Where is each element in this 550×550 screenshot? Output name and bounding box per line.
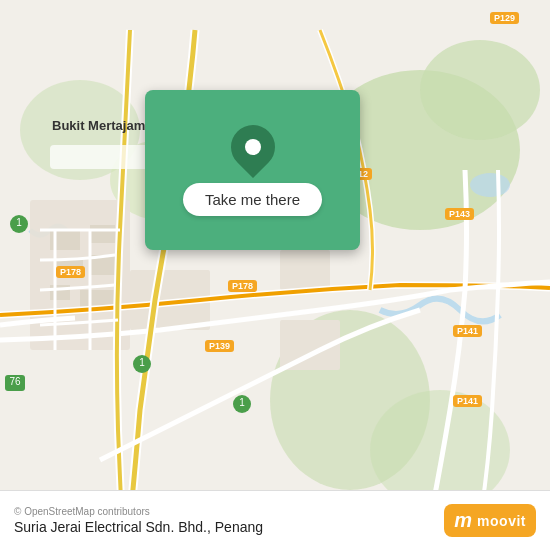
svg-rect-17 bbox=[280, 250, 330, 290]
svg-point-2 bbox=[420, 40, 540, 140]
pin-inner bbox=[245, 139, 261, 155]
road-badge-1-left: 1 bbox=[10, 215, 28, 233]
svg-point-7 bbox=[470, 173, 510, 197]
location-name: Suria Jerai Electrical Sdn. Bhd., Penang bbox=[14, 519, 263, 535]
road-badge-p178-center: P178 bbox=[228, 280, 257, 292]
city-label: Bukit Mertajam bbox=[52, 118, 145, 133]
location-pin-icon bbox=[221, 115, 283, 177]
road-badge-p139: P139 bbox=[205, 340, 234, 352]
road-badge-76: 76 bbox=[5, 375, 25, 391]
copyright-text: © OpenStreetMap contributors bbox=[14, 506, 263, 517]
take-me-there-button[interactable]: Take me there bbox=[183, 183, 322, 216]
moovit-text: moovit bbox=[477, 513, 526, 529]
road-badge-p143: P143 bbox=[445, 208, 474, 220]
road-badge-p141-1: P141 bbox=[453, 325, 482, 337]
road-badge-1-bottom: 1 bbox=[233, 395, 251, 413]
bottom-bar: © OpenStreetMap contributors Suria Jerai… bbox=[0, 490, 550, 550]
moovit-m-icon: m bbox=[454, 509, 472, 532]
road-badge-p141-2: P141 bbox=[453, 395, 482, 407]
road-badge-1-center: 1 bbox=[133, 355, 151, 373]
moovit-logo: m moovit bbox=[444, 504, 536, 537]
road-badge-p178-left: P178 bbox=[56, 266, 85, 278]
map-container: P178 P178 P139 P12 P143 P141 P141 P129 1… bbox=[0, 0, 550, 550]
road-badge-p129: P129 bbox=[490, 12, 519, 24]
location-card: Take me there bbox=[145, 90, 360, 250]
svg-rect-10 bbox=[90, 225, 115, 243]
bottom-left-info: © OpenStreetMap contributors Suria Jerai… bbox=[14, 506, 263, 535]
